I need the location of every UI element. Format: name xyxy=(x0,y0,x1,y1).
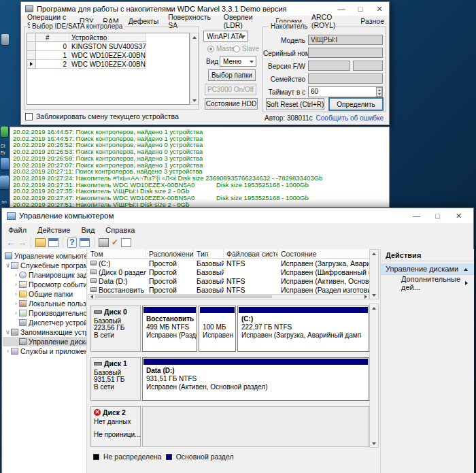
console-window-icon[interactable] xyxy=(80,238,90,247)
view-dropdown[interactable]: Меню xyxy=(220,56,256,67)
volume-row[interactable]: Data (D:) Простой Базовый NTFS Исправен … xyxy=(88,276,379,285)
menu-view[interactable]: Вид xyxy=(75,225,100,235)
expand-icon[interactable] xyxy=(465,281,468,285)
disk2-label-box[interactable]: ✕Диск 2 Нет данных Не проиници... xyxy=(90,406,141,447)
scroll-down-icon[interactable] xyxy=(370,291,378,299)
action-disk-management[interactable]: Управление дисками xyxy=(381,263,474,275)
close-icon[interactable]: ✕ xyxy=(370,2,389,16)
disk-area-vscrollbar[interactable] xyxy=(369,304,379,448)
report-error-link[interactable]: Сообщить об ошибке xyxy=(316,114,384,122)
volume-row[interactable]: (Диск 0 раздел 2) Простой Базовый Исправ… xyxy=(88,267,379,276)
api-dropdown[interactable]: WinAPI ATA xyxy=(203,31,248,42)
column-header-status[interactable]: Состояние xyxy=(278,249,369,258)
spinner-arrows-icon[interactable] xyxy=(376,87,382,97)
firmware-field-1[interactable] xyxy=(308,61,350,71)
lock-device-checkbox[interactable]: Заблокировать смену текущего устройства xyxy=(25,112,179,120)
check-icon[interactable]: ✓ xyxy=(112,238,118,247)
hdd-status-button[interactable]: Состояние HDD xyxy=(205,98,258,110)
device-table-num-header[interactable]: # xyxy=(36,33,69,42)
chevron-closed-icon[interactable]: › xyxy=(13,310,19,316)
scroll-up-icon[interactable] xyxy=(190,33,198,41)
slave-radio[interactable]: Slave xyxy=(233,45,259,52)
chevron-open-icon[interactable]: ∨ xyxy=(5,329,11,336)
checkbox-icon[interactable] xyxy=(25,113,33,120)
desktop-shortcut-icon[interactable] xyxy=(0,176,9,189)
chevron-closed-icon[interactable]: › xyxy=(13,291,19,297)
forward-icon[interactable]: → xyxy=(18,238,27,247)
hscroll-thumb[interactable] xyxy=(95,295,272,298)
menu-action[interactable]: Действие xyxy=(32,225,75,235)
disk0-label-box[interactable]: Диск 0 Базовый 223,56 ГБ В сети xyxy=(90,306,141,352)
disk-list-icon[interactable] xyxy=(99,238,109,247)
partition-efi[interactable]: 100 МБ Исправен (Ш xyxy=(199,306,236,352)
device-table-vscrollbar[interactable] xyxy=(190,33,199,105)
device-row-selected[interactable]: 2 WDC WD10EZEX-00BN5A0 xyxy=(27,60,189,69)
volume-row[interactable]: Восстановить Простой Базовый NTFS Исправ… xyxy=(88,285,379,294)
family-field[interactable] xyxy=(308,74,383,84)
soft-reset-button[interactable]: Soft Reset (Ctrl+R) xyxy=(266,98,324,110)
tree-item-task-scheduler[interactable]: › Планировщик заданий xyxy=(3,270,86,280)
tree-item-device-manager[interactable]: Диспетчер устройств xyxy=(3,318,86,327)
back-icon[interactable]: ← xyxy=(6,238,15,247)
properties-icon[interactable] xyxy=(121,238,131,247)
scroll-up-icon[interactable] xyxy=(370,250,378,257)
tree-item-computer-management[interactable]: Управление компьютером (л xyxy=(3,251,86,261)
collapse-icon[interactable] xyxy=(464,268,468,271)
disk2-empty-area[interactable] xyxy=(142,406,369,447)
desktop-shortcut-icon[interactable] xyxy=(1,158,9,169)
device-row[interactable]: 0 KINGSTON SUV400S37240G xyxy=(27,42,189,51)
pc3000-button[interactable]: PC3000 On/Off xyxy=(205,84,256,95)
tree-item-services[interactable]: › Службы и приложения xyxy=(3,346,86,356)
tree-item-system-tools[interactable]: ∨ Служебные программы xyxy=(3,261,86,270)
menu-misc[interactable]: Разное xyxy=(356,16,389,27)
radio-selected-icon[interactable] xyxy=(207,46,214,52)
partition-d[interactable]: Data (D:) 931,51 ГБ NTFS Исправен (Актив… xyxy=(142,357,369,401)
cm-titlebar[interactable]: Управление компьютером — □ ✕ xyxy=(2,208,473,223)
scroll-up-icon[interactable] xyxy=(370,304,378,312)
tree-item-local-users[interactable]: › Локальные пользовате xyxy=(3,299,86,308)
recycle-bin-icon[interactable] xyxy=(1,34,9,45)
volume-vscrollbar[interactable] xyxy=(369,249,379,299)
model-field[interactable]: VіЩPЫ:I xyxy=(308,35,383,45)
volume-hscrollbar[interactable] xyxy=(88,294,369,299)
disk1-label-box[interactable]: Диск 1 Базовый 931,51 ГБ В сети xyxy=(90,357,141,401)
tree-item-performance[interactable]: › Производительность xyxy=(3,308,86,318)
radio-icon[interactable] xyxy=(233,46,240,52)
wdc-log-panel[interactable]: 20.02.2019 16:44:57: Поиск контролеров, … xyxy=(10,127,390,208)
detect-button[interactable]: Определить xyxy=(328,97,384,111)
serial-field[interactable] xyxy=(308,48,383,58)
column-header-volume[interactable]: Том xyxy=(88,249,146,258)
firmware-field-2[interactable] xyxy=(353,61,383,71)
chevron-closed-icon[interactable]: › xyxy=(13,300,19,307)
choose-folder-button[interactable]: Выбор папки xyxy=(208,69,256,81)
device-row[interactable]: 1 WDC WD10EZEX-00BN5A0 xyxy=(27,51,189,60)
menu-file[interactable]: Файл xyxy=(3,225,32,235)
partition-recovery[interactable]: Восстановить 499 МБ NTFS Исправен (Разде… xyxy=(142,306,197,352)
volume-row[interactable]: (C:) Простой Базовый NTFS Исправен (Загр… xyxy=(88,259,379,267)
tree-item-event-viewer[interactable]: › Просмотр событий xyxy=(3,280,86,289)
chevron-closed-icon[interactable]: › xyxy=(5,348,11,355)
chevron-closed-icon[interactable]: › xyxy=(13,281,19,288)
column-header-layout[interactable]: Расположение xyxy=(146,249,194,258)
tree-item-shared-folders[interactable]: › Общие папки xyxy=(3,289,86,299)
close-icon[interactable]: ✕ xyxy=(448,208,469,223)
scroll-right-icon[interactable] xyxy=(364,295,367,299)
timeout-spinner[interactable]: 60 xyxy=(308,86,383,97)
scroll-down-icon[interactable] xyxy=(190,97,198,104)
help-icon[interactable]: ? xyxy=(67,238,77,248)
console-window-icon[interactable] xyxy=(48,238,58,247)
column-header-type[interactable]: Тип xyxy=(194,249,224,258)
chevron-closed-icon[interactable]: › xyxy=(13,272,19,278)
menu-help[interactable]: Справка xyxy=(100,225,140,235)
column-header-filesystem[interactable]: Файловая система xyxy=(224,249,278,258)
maximize-icon[interactable]: □ xyxy=(427,208,448,223)
menu-defects[interactable]: Дефекты xyxy=(124,16,164,27)
chevron-open-icon[interactable]: ∨ xyxy=(5,262,11,269)
device-table-device-header[interactable]: Устройство xyxy=(69,33,146,42)
partition-c[interactable]: (C:) 222,97 ГБ NTFS Исправен (Загрузка, … xyxy=(237,306,369,352)
tree-item-storage[interactable]: ∨ Запоминающие устройст xyxy=(3,327,86,337)
minimize-icon[interactable]: — xyxy=(406,208,427,223)
action-more-actions[interactable]: Дополнительные дей... xyxy=(381,277,474,289)
scroll-down-icon[interactable] xyxy=(370,440,378,447)
desktop-shortcut-icon[interactable] xyxy=(1,127,8,137)
